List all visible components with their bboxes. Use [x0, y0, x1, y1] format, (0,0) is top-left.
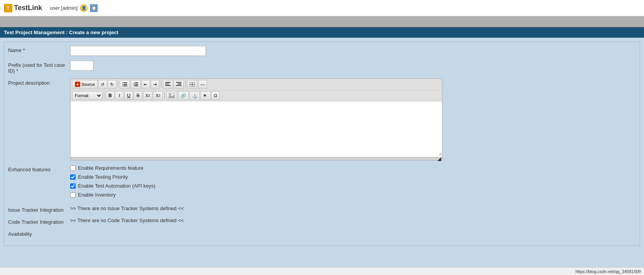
separator4	[104, 92, 104, 99]
undo-button[interactable]: ↺	[98, 80, 107, 89]
enable-testing-priority-checkbox[interactable]	[70, 174, 76, 180]
svg-rect-14	[178, 84, 181, 84]
anchor-button[interactable]: ⚓	[190, 91, 200, 100]
svg-rect-9	[135, 85, 138, 86]
svg-rect-12	[165, 85, 171, 86]
enable-requirements-checkbox[interactable]	[70, 165, 76, 171]
svg-rect-8	[135, 84, 138, 85]
logo-icon: T	[4, 4, 12, 12]
issue-tracker-row: Issue Tracker Integration >> There are n…	[8, 205, 636, 213]
main-content: Name * Prefix (used for Test case ID) * …	[0, 38, 644, 275]
header: T TestLink user [admin] 👤 📋	[0, 0, 644, 16]
enable-testing-priority-label: Enable Testing Priority	[78, 174, 128, 180]
superscript-button[interactable]: X2	[153, 91, 162, 100]
editor-resize-bar[interactable]: ◢	[71, 157, 442, 160]
svg-text:🔗: 🔗	[180, 93, 186, 98]
svg-rect-11	[165, 84, 169, 84]
underline-button[interactable]: U	[124, 91, 133, 100]
user-label: user [admin]	[50, 5, 78, 11]
editor-toolbar-row2: Format Paragraph Heading 1 Heading 2 Hea…	[71, 90, 442, 101]
editor-wrapper: ● Source ↺ ↻	[70, 78, 442, 160]
enhanced-features-row: Enhanced features Enable Requirements fe…	[8, 165, 636, 201]
form-container: Name * Prefix (used for Test case ID) * …	[4, 42, 640, 246]
format-select[interactable]: Format Paragraph Heading 1 Heading 2 Hea…	[72, 91, 102, 100]
svg-rect-3	[124, 84, 127, 85]
user-icon[interactable]: 👤	[80, 4, 88, 12]
link-button[interactable]: 🔗	[178, 91, 189, 100]
book-icon[interactable]: 📋	[90, 4, 98, 12]
prefix-input[interactable]	[70, 61, 93, 71]
editor-toolbar-row1: ● Source ↺ ↻	[71, 79, 442, 90]
page-title: Test Project Management : Create a new p…	[4, 30, 118, 35]
source-label: Source	[81, 82, 95, 87]
enable-inventory-checkbox[interactable]	[70, 192, 76, 198]
enhanced-label: Enhanced features	[8, 165, 70, 172]
image-button[interactable]	[166, 91, 177, 100]
inventory-checkbox-row: Enable Inventory	[70, 192, 636, 198]
special-chars-button[interactable]: Ω	[211, 91, 220, 100]
name-row: Name *	[8, 46, 636, 56]
enable-test-automation-label: Enable Test Automation (API keys)	[78, 183, 155, 189]
subscript-button[interactable]: X2	[143, 91, 152, 100]
navbar	[0, 16, 644, 27]
logo-text: TestLink	[14, 4, 42, 12]
enable-requirements-label: Enable Requirements feature	[78, 165, 143, 171]
strikethrough-button[interactable]: S	[134, 91, 142, 100]
page-title-bar: Test Project Management : Create a new p…	[0, 27, 644, 38]
bold-button[interactable]: B	[106, 91, 114, 100]
description-label: Project description	[8, 78, 70, 86]
status-bar: https://blog.csdn.net/qq_34581509	[0, 267, 644, 275]
code-tracker-text: >> There are no Code Tracker Systems def…	[70, 218, 184, 223]
svg-text:⚓: ⚓	[192, 93, 197, 98]
enable-test-automation-checkbox[interactable]	[70, 183, 76, 189]
description-control: ● Source ↺ ↻	[70, 78, 636, 160]
status-url: https://blog.csdn.net/qq_34581509	[575, 269, 641, 274]
unordered-list-button[interactable]	[120, 80, 130, 89]
prefix-row: Prefix (used for Test case ID) *	[8, 61, 636, 74]
svg-rect-13	[176, 82, 181, 83]
svg-rect-7	[135, 82, 138, 83]
enhanced-control: Enable Requirements feature Enable Testi…	[70, 165, 636, 201]
svg-text:⚑: ⚑	[203, 93, 207, 98]
separator5	[164, 92, 165, 99]
issue-tracker-control: >> There are no Issue Tracker Systems de…	[70, 205, 636, 211]
prefix-label: Prefix (used for Test case ID) *	[8, 61, 70, 74]
indent-button[interactable]: ⇥	[151, 80, 159, 89]
description-textarea[interactable]	[71, 101, 442, 156]
italic-button[interactable]: I	[115, 91, 124, 100]
flag-button[interactable]: ⚑	[200, 91, 211, 100]
availability-label: Availability	[8, 230, 70, 237]
description-row: Project description ● Source ↺ ↻	[8, 78, 636, 160]
enable-inventory-label: Enable Inventory	[78, 192, 116, 198]
svg-point-20	[169, 94, 171, 95]
svg-rect-10	[165, 82, 171, 83]
availability-row: Availability	[8, 230, 636, 237]
svg-rect-1	[124, 82, 127, 83]
align-right-button[interactable]	[174, 80, 184, 89]
automation-checkbox-row: Enable Test Automation (API keys)	[70, 183, 636, 189]
redo-button[interactable]: ↻	[108, 80, 116, 89]
svg-rect-5	[124, 85, 127, 86]
svg-rect-0	[123, 82, 123, 83]
ordered-list-button[interactable]: 1.	[131, 80, 141, 89]
code-tracker-control: >> There are no Code Tracker Systems def…	[70, 218, 636, 223]
source-button[interactable]: ● Source	[72, 80, 98, 89]
editor-content	[71, 101, 442, 157]
name-input[interactable]	[70, 46, 206, 56]
outdent-button[interactable]: ⇤	[142, 80, 150, 89]
hr-button[interactable]: —	[198, 80, 207, 89]
user-info: user [admin] 👤 📋	[50, 4, 98, 12]
req-checkbox-row: Enable Requirements feature	[70, 165, 636, 171]
logo: T TestLink	[4, 4, 42, 12]
name-label: Name *	[8, 46, 70, 53]
code-tracker-row: Code Tracker Integration >> There are no…	[8, 218, 636, 225]
code-tracker-label: Code Tracker Integration	[8, 218, 70, 225]
table-button[interactable]	[187, 80, 197, 89]
prefix-control	[70, 61, 636, 71]
separator1	[118, 81, 118, 88]
priority-checkbox-row: Enable Testing Priority	[70, 174, 636, 180]
issue-tracker-label: Issue Tracker Integration	[8, 205, 70, 213]
svg-rect-4	[123, 85, 123, 86]
align-left-button[interactable]	[163, 80, 173, 89]
svg-rect-15	[176, 85, 181, 86]
